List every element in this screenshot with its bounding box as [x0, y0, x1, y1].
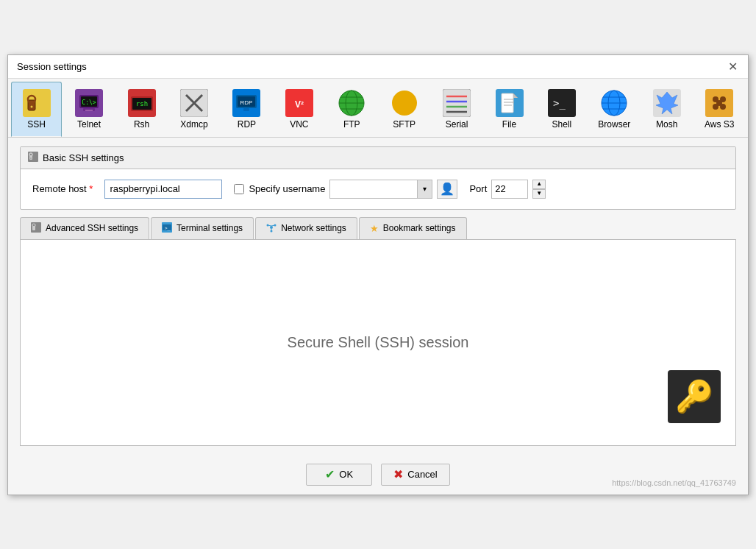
shell-icon: >_	[547, 88, 577, 118]
port-increment-button[interactable]: ▲	[532, 180, 546, 189]
network-tab-label: Network settings	[281, 223, 346, 233]
port-decrement-button[interactable]: ▼	[532, 189, 546, 199]
vnc-icon: V²	[285, 88, 314, 118]
protocol-rsh-label: Rsh	[134, 119, 149, 130]
protocol-rdp-label: RDP	[238, 119, 256, 130]
protocol-ssh[interactable]: SSH	[11, 82, 62, 137]
svg-text:>_: >_	[165, 225, 171, 231]
svg-point-57	[716, 100, 722, 106]
ok-label: OK	[339, 469, 353, 480]
specify-username-label: Specify username	[249, 183, 325, 194]
protocol-shell[interactable]: >_ Shell	[536, 82, 587, 137]
basic-ssh-body: Remote host * Specify username ▾ 👤 Port	[21, 169, 735, 209]
tab-advanced-ssh[interactable]: Advanced SSH settings	[20, 217, 149, 239]
protocol-xdmcp-label: Xdmcp	[180, 119, 207, 130]
watermark: https://blog.csdn.net/qq_41763749	[612, 478, 736, 487]
titlebar: Session settings ✕	[8, 55, 748, 79]
svg-rect-20	[243, 108, 249, 111]
protocol-aws-s3[interactable]: Aws S3	[693, 82, 744, 137]
port-input[interactable]	[491, 180, 528, 199]
username-combo[interactable]: ▾	[329, 180, 432, 199]
protocol-serial-label: Serial	[446, 119, 468, 130]
protocol-xdmcp[interactable]: Xdmcp	[168, 82, 219, 137]
bookmark-tab-icon: ★	[370, 223, 379, 234]
svg-text:rsh: rsh	[135, 100, 147, 107]
protocol-ftp[interactable]: FTP	[327, 82, 377, 137]
protocol-telnet-label: Telnet	[77, 119, 101, 130]
sftp-icon	[390, 88, 419, 118]
protocol-aws-s3-label: Aws S3	[705, 119, 734, 130]
content-text: Secure Shell (SSH) session	[288, 334, 469, 351]
tab-bookmark[interactable]: ★ Bookmark settings	[359, 217, 467, 239]
protocol-mosh[interactable]: Mosh	[641, 82, 692, 137]
bookmark-tab-label: Bookmark settings	[383, 223, 456, 233]
protocol-rdp[interactable]: RDP RDP	[221, 82, 272, 137]
ftp-icon	[337, 88, 366, 118]
ok-icon: ✔	[325, 467, 335, 481]
svg-point-68	[270, 226, 273, 229]
terminal-tab-icon: >_	[162, 222, 172, 235]
xdmcp-icon	[179, 88, 209, 118]
svg-point-30	[392, 91, 417, 116]
sub-tabs: Advanced SSH settings >_ Terminal settin…	[20, 217, 736, 240]
tab-network[interactable]: Network settings	[255, 217, 357, 239]
cancel-icon: ✖	[393, 467, 403, 481]
mosh-icon	[652, 88, 682, 118]
svg-rect-31	[443, 89, 471, 117]
protocol-vnc[interactable]: V² VNC	[274, 82, 324, 137]
advanced-ssh-tab-label: Advanced SSH settings	[46, 223, 138, 233]
svg-rect-37	[502, 93, 513, 113]
remote-host-label: Remote host *	[32, 183, 93, 194]
advanced-ssh-tab-icon	[31, 222, 41, 235]
protocol-mosh-label: Mosh	[656, 119, 677, 130]
session-settings-dialog: Session settings ✕ SSH	[7, 54, 749, 495]
svg-text:RDP: RDP	[240, 99, 253, 106]
username-dropdown-arrow[interactable]: ▾	[417, 180, 432, 198]
protocol-vnc-label: VNC	[290, 119, 308, 130]
port-group: Port ▲ ▼	[469, 180, 546, 199]
protocol-toolbar: SSH C:\> Telnet	[8, 79, 748, 138]
tab-terminal[interactable]: >_ Terminal settings	[151, 217, 254, 239]
user-icon-button[interactable]: 👤	[437, 180, 457, 199]
svg-point-61	[30, 157, 32, 159]
protocol-ssh-label: SSH	[27, 119, 46, 130]
sub-section: Advanced SSH settings >_ Terminal settin…	[20, 217, 736, 446]
svg-point-3	[30, 106, 32, 108]
protocol-browser-label: Browser	[598, 119, 630, 130]
protocol-shell-label: Shell	[552, 119, 572, 130]
protocol-serial[interactable]: Serial	[431, 82, 482, 137]
protocol-file[interactable]: File	[484, 82, 535, 137]
protocol-browser[interactable]: Browser	[589, 82, 640, 137]
network-tab-icon	[266, 222, 277, 235]
svg-text:V²: V²	[295, 99, 304, 110]
rdp-icon: RDP	[232, 88, 261, 118]
specify-username-checkbox[interactable]	[234, 184, 244, 194]
specify-username-group: Specify username ▾ 👤	[234, 180, 457, 199]
content-area: Secure Shell (SSH) session 🔑	[20, 240, 736, 446]
cancel-button[interactable]: ✖ Cancel	[381, 464, 449, 486]
basic-ssh-section-icon	[28, 152, 38, 164]
ok-button[interactable]: ✔ OK	[306, 464, 372, 486]
dialog-title: Session settings	[17, 61, 87, 72]
protocol-sftp[interactable]: SFTP	[379, 82, 429, 137]
telnet-icon: C:\>	[74, 88, 104, 118]
basic-ssh-header: Basic SSH settings	[21, 147, 735, 169]
close-button[interactable]: ✕	[726, 60, 739, 73]
svg-text:C:\>: C:\>	[82, 99, 96, 106]
file-icon	[495, 88, 524, 118]
svg-rect-0	[23, 89, 51, 117]
footer: ✔ OK ✖ Cancel https://blog.csdn.net/qq_4…	[8, 455, 748, 495]
remote-host-input[interactable]	[104, 180, 222, 199]
aws-s3-icon	[705, 88, 734, 118]
protocol-rsh[interactable]: rsh Rsh	[116, 82, 167, 137]
protocol-sftp-label: SFTP	[393, 119, 416, 130]
ssh-icon	[22, 88, 51, 118]
svg-text:>_: >_	[553, 97, 566, 110]
browser-icon	[599, 88, 629, 118]
main-content: Basic SSH settings Remote host * Specify…	[8, 138, 748, 455]
serial-icon	[442, 88, 471, 118]
ssh-key-icon-container: 🔑	[668, 370, 721, 423]
basic-ssh-section-label: Basic SSH settings	[43, 152, 124, 163]
protocol-telnet[interactable]: C:\> Telnet	[63, 82, 114, 137]
port-spinner: ▲ ▼	[532, 180, 546, 199]
